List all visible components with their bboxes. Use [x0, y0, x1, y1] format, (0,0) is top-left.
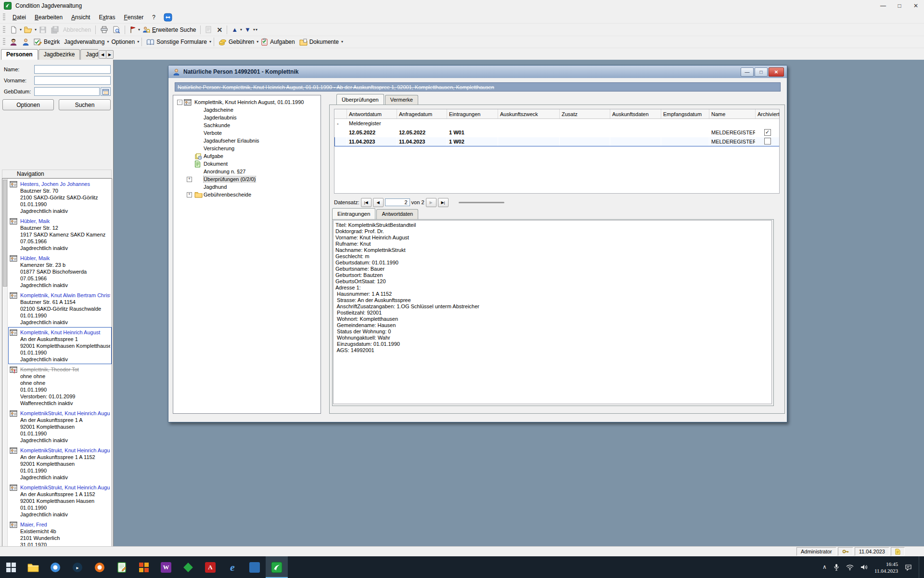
person-list-item[interactable]: Komplettnik, Knut Heinrich AugustAn der … — [8, 327, 112, 364]
tree-item-versicherung[interactable]: Versicherung — [173, 144, 321, 152]
taskbar-browser[interactable] — [44, 556, 66, 578]
taskbar-file-explorer[interactable] — [22, 556, 44, 578]
column-header-eintragungen[interactable]: Eintragungen — [447, 109, 498, 119]
action-center-icon[interactable] — [905, 564, 912, 571]
aufgaben-button[interactable]: Aufgaben — [259, 37, 296, 47]
list-scrollbar[interactable] — [2, 179, 8, 578]
tab-scroll-left[interactable]: ◀ — [99, 50, 106, 59]
close-button[interactable]: ✕ — [908, 0, 924, 12]
menu-item-datei[interactable]: Datei — [8, 13, 30, 22]
column-header-archiviert[interactable]: Archiviert — [756, 109, 780, 119]
volume-icon[interactable] — [860, 564, 868, 570]
maximize-button[interactable]: □ — [891, 0, 908, 12]
minimize-button[interactable]: — — [875, 0, 891, 12]
arrow-up-button[interactable]: ▲ — [230, 25, 240, 35]
tree-item-gebührenbescheide[interactable]: +Gebührenbescheide — [173, 191, 321, 198]
dropdown-caret-icon[interactable]: ▾ — [35, 28, 37, 32]
column-header-auskunftszweck[interactable]: Auskunftszweck — [498, 109, 560, 119]
toolbar-overflow-icon[interactable]: ▾ — [256, 28, 257, 32]
tree-item-überprüfungen-0-2-0[interactable]: +Überprüfungen (0/2/0) — [173, 175, 321, 183]
person-list-item[interactable]: Hesters, Jochen Jo JohannesBautzner Str.… — [8, 179, 112, 216]
minimize-button[interactable]: — — [741, 67, 754, 77]
person-list-item[interactable]: !Komplettnik, Theodor Totohne ohneohne o… — [8, 364, 112, 408]
menu-item-help[interactable]: ? — [148, 13, 160, 22]
delete-x-button[interactable]: ✕ — [215, 25, 224, 35]
group-row[interactable]: -Melderegister — [335, 119, 780, 128]
dropdown-caret-icon[interactable]: ▾ — [257, 40, 258, 44]
optionen-button[interactable]: Optionen — [2, 99, 54, 110]
record-slider[interactable] — [459, 202, 504, 203]
tree-item-verbote[interactable]: Verbote — [173, 129, 321, 137]
jagdverwaltung-button[interactable]: Jagdverwaltung — [62, 37, 106, 47]
dokumente-button[interactable]: Dokumente — [297, 37, 341, 47]
taskbar-app-blue[interactable] — [244, 556, 266, 578]
tree-item-komplettnik-knut-heinrich-august-01-01-1990[interactable]: -Komplettnik, Knut Heinrich August, 01.0… — [173, 98, 321, 106]
printer-button[interactable] — [98, 25, 110, 35]
name-input[interactable] — [34, 65, 111, 74]
suchen-button[interactable]: Suchen — [59, 99, 111, 110]
archiviert-checkbox[interactable]: ✓ — [764, 129, 771, 136]
person-list-item[interactable]: KomplettnikStrukt, Knut Heinrich AugustA… — [8, 445, 112, 482]
record-first-button[interactable]: |◀ — [361, 198, 372, 207]
person-admin-button[interactable] — [8, 37, 20, 47]
person-list-item[interactable]: Hübler, MaikKamenzer Str. 23 b01877 SAKD… — [8, 253, 112, 290]
tree-item-jagdhund[interactable]: Jagdhund — [173, 183, 321, 191]
arrow-down-button[interactable]: ▼ — [243, 25, 253, 35]
dropdown-caret-icon[interactable]: ▾ — [20, 28, 22, 32]
menu-item-bearbeiten[interactable]: Bearbeiten — [30, 13, 67, 22]
table-row[interactable]: 12.05.202212.05.20221 W01MELDEREGISTER✓ — [335, 128, 780, 137]
column-header-auskunftsdaten[interactable]: Auskunftsdaten — [610, 109, 661, 119]
erweiterte-suche-button[interactable]: Erweiterte Suche — [141, 25, 198, 35]
tree-item-anordnung-n-27[interactable]: Anordnung n. §27 — [173, 168, 321, 175]
tray-overflow-icon[interactable]: ∧ — [822, 564, 827, 571]
column-header-indicator[interactable] — [335, 109, 347, 119]
flag-button[interactable] — [128, 25, 138, 35]
tree-expand-icon[interactable]: - — [177, 100, 182, 105]
taskbar-browser-orange[interactable] — [89, 556, 111, 578]
vorname-input[interactable] — [34, 76, 111, 85]
column-header-antwortdatum[interactable]: Antwortdatum — [347, 109, 397, 119]
tree-expand-icon[interactable]: + — [187, 192, 192, 197]
taskbar-jagdverwaltung[interactable] — [266, 556, 288, 578]
tree-item-jagderlaubnis[interactable]: Jagderlaubnis — [173, 114, 321, 121]
tab-jagdgenossen[interactable]: Jagdgenossen — [80, 49, 98, 60]
dropdown-caret-icon[interactable]: ▾ — [209, 40, 211, 44]
tree-item-aufgabe[interactable]: Aufgabe — [173, 152, 321, 160]
tab-jagdbezirke[interactable]: Jagdbezirke — [38, 49, 80, 60]
tree-item-jagdscheine[interactable]: Jagdscheine — [173, 106, 321, 114]
tab-scroll-right[interactable]: ▶ — [106, 50, 114, 59]
optionen-button[interactable]: Optionen — [109, 37, 137, 47]
record-next-button[interactable]: ▶ — [426, 198, 436, 207]
taskbar-app-purple[interactable]: W — [155, 556, 177, 578]
gebühren-button[interactable]: Gebühren — [217, 37, 256, 47]
calendar-button[interactable] — [101, 87, 111, 96]
dropdown-caret-icon[interactable]: ▾ — [240, 28, 242, 32]
tree-item-dokument[interactable]: Dokument — [173, 160, 321, 168]
menu-item-extras[interactable]: Extras — [94, 13, 119, 22]
record-last-button[interactable]: ▶| — [438, 198, 449, 207]
tree-item-jagdaufseher-erlaubnis[interactable]: Jagdaufseher Erlaubnis — [173, 137, 321, 144]
start-button[interactable] — [0, 556, 22, 578]
taskbar-app-grid[interactable] — [133, 556, 155, 578]
dropdown-caret-icon[interactable]: ▾ — [253, 28, 255, 32]
bezirk-button[interactable]: Bezirk — [32, 37, 62, 47]
menu-item-fenster[interactable]: Fenster — [120, 13, 148, 22]
taskbar-editor[interactable] — [111, 556, 133, 578]
dropdown-caret-icon[interactable]: ▾ — [138, 28, 140, 32]
taskbar-app-dark[interactable]: ▸ — [66, 556, 89, 578]
dialog-title-bar[interactable]: Natürliche Person 14992001 - Komplettnik… — [168, 66, 787, 78]
taskbar-app-diamond[interactable] — [177, 556, 199, 578]
column-header-anfragedatum[interactable]: Anfragedatum — [397, 109, 447, 119]
menu-item-ansicht[interactable]: Ansicht — [67, 13, 94, 22]
dialog-tab-antwortdaten[interactable]: Antwortdaten — [376, 209, 418, 219]
taskbar-acrobat[interactable]: A — [199, 556, 221, 578]
folder-open-button[interactable] — [22, 25, 34, 35]
record-prev-button[interactable]: ◀ — [373, 198, 384, 207]
gebdatum-input[interactable] — [34, 87, 100, 96]
person-blue-button[interactable] — [20, 37, 31, 47]
taskbar-ie[interactable]: e — [221, 556, 244, 578]
person-list-item[interactable]: KomplettnikStrukt, Knut Heinrich AugustA… — [8, 482, 112, 519]
table-row[interactable]: 11.04.202311.04.20231 W02MELDEREGISTER — [335, 137, 780, 146]
person-list-item[interactable]: Hübler, MaikBautzner Str. 121917 SAKD Ka… — [8, 216, 112, 253]
network-icon[interactable] — [846, 564, 854, 570]
